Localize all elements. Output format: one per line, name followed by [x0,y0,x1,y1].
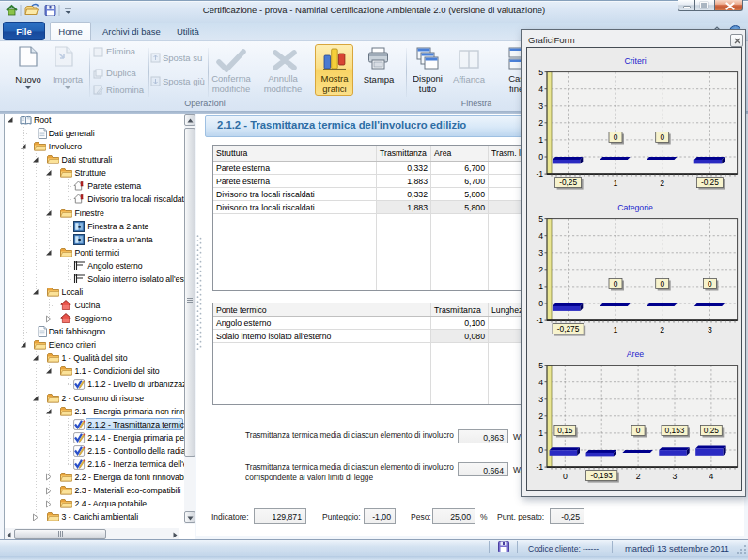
svg-text:0: 0 [636,426,641,435]
svg-text:0: 0 [538,152,543,162]
svg-text:5: 5 [538,68,543,77]
svg-text:1: 1 [614,179,618,188]
svg-text:-0,193: -0,193 [590,471,613,480]
svg-text:-0,25: -0,25 [559,178,577,187]
svg-text:2: 2 [660,179,664,188]
svg-text:5: 5 [538,361,543,370]
svg-text:4: 4 [709,472,713,481]
svg-text:3: 3 [673,472,678,481]
svg-text:0: 0 [660,279,664,288]
svg-text:3: 3 [538,395,543,404]
svg-text:3: 3 [538,248,543,257]
svg-text:1: 1 [538,428,543,438]
svg-text:-1: -1 [536,316,543,325]
svg-text:Aree: Aree [627,350,645,359]
svg-text:-0,275: -0,275 [557,324,580,334]
svg-text:Categorie: Categorie [617,203,653,212]
svg-text:2: 2 [636,472,641,481]
svg-text:0: 0 [660,132,664,142]
svg-text:0: 0 [538,299,543,308]
svg-text:-0,25: -0,25 [701,178,719,187]
svg-text:0,15: 0,15 [557,426,573,435]
svg-text:0: 0 [614,279,618,288]
svg-text:0: 0 [538,445,543,455]
svg-text:1: 1 [538,282,543,291]
svg-text:1: 1 [614,325,618,334]
svg-text:2: 2 [538,412,543,421]
svg-text:2: 2 [660,325,664,334]
svg-text:-1: -1 [536,462,543,472]
svg-text:-1: -1 [536,169,543,179]
svg-text:0,153: 0,153 [665,426,685,435]
svg-text:2: 2 [538,118,543,128]
svg-text:4: 4 [538,378,543,387]
svg-text:2: 2 [538,265,543,274]
svg-text:0: 0 [563,472,568,481]
svg-text:4: 4 [538,231,543,241]
svg-text:0: 0 [708,279,712,288]
svg-text:4: 4 [538,85,543,94]
svg-text:1: 1 [538,135,543,145]
svg-text:3: 3 [708,325,712,334]
svg-text:0,25: 0,25 [704,426,720,435]
svg-text:0: 0 [614,132,618,142]
svg-text:5: 5 [538,214,543,224]
svg-text:Criteri: Criteri [624,56,646,66]
svg-text:3: 3 [538,101,543,111]
